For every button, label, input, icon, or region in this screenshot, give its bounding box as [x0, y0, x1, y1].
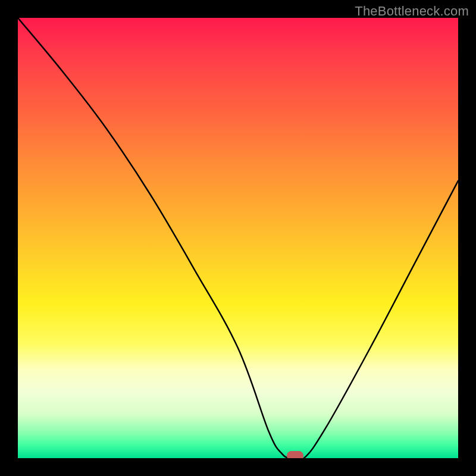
plot-area [18, 18, 458, 458]
bottleneck-curve [18, 18, 458, 458]
watermark-text: TheBottleneck.com [355, 4, 469, 19]
chart-frame: TheBottleneck.com [0, 0, 476, 476]
optimum-marker [287, 451, 303, 458]
